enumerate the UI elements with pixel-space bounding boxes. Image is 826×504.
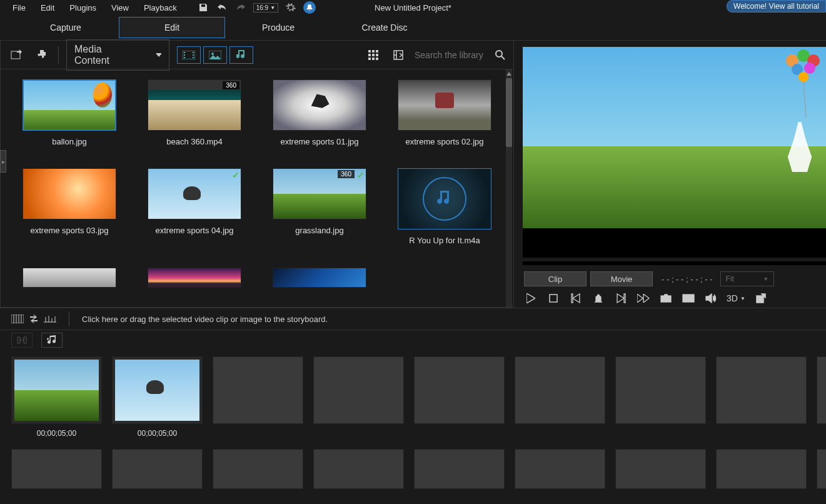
storyboard-slot-empty[interactable] xyxy=(213,356,303,424)
settings-icon[interactable] xyxy=(285,1,297,14)
preview-viewport[interactable] xyxy=(523,47,826,258)
storyboard-slot-empty[interactable] xyxy=(817,356,826,424)
grid-view-icon[interactable] xyxy=(365,46,382,64)
subtitle-icon[interactable] xyxy=(682,291,695,305)
filter-video-icon[interactable] xyxy=(177,46,201,64)
library-item[interactable]: extreme sports 02.jpg xyxy=(395,79,495,156)
storyboard-slot-empty[interactable] xyxy=(112,449,203,489)
snapshot-icon[interactable] xyxy=(659,291,673,305)
preview-tab-clip[interactable]: Clip xyxy=(524,271,587,286)
aspect-ratio-dropdown[interactable]: 16:9▼ xyxy=(253,3,278,13)
library-item[interactable] xyxy=(19,268,119,297)
storyboard-slot-empty[interactable] xyxy=(615,449,706,489)
storyboard-slot-empty[interactable] xyxy=(414,356,505,424)
scroll-up-icon[interactable] xyxy=(506,71,512,77)
mark-in-icon[interactable] xyxy=(592,291,605,305)
add-music-icon[interactable] xyxy=(41,333,63,348)
storyboard-slot-filled[interactable]: 00;00;05;00 xyxy=(11,356,102,438)
search-input[interactable] xyxy=(415,50,490,60)
filter-image-icon[interactable] xyxy=(203,46,227,64)
timeline-view-icon[interactable] xyxy=(44,315,56,323)
thumbnail[interactable] xyxy=(273,268,366,288)
menu-edit[interactable]: Edit xyxy=(33,1,62,15)
thumbnail[interactable]: ✓ xyxy=(148,168,241,219)
storyboard-slot-empty[interactable] xyxy=(11,449,102,489)
menu-view[interactable]: View xyxy=(104,1,136,15)
thumbnail[interactable]: 360✓ xyxy=(273,168,366,219)
svg-rect-2 xyxy=(184,52,185,53)
storyboard-slot-filled[interactable]: 00;00;05;00 xyxy=(112,356,203,438)
thumbnail[interactable] xyxy=(273,79,366,131)
storyboard-slot-empty[interactable] xyxy=(414,449,505,489)
switch-view-icon[interactable] xyxy=(29,315,39,323)
storyboard-slot-empty[interactable] xyxy=(313,449,404,489)
preview-timeline-track[interactable] xyxy=(523,261,826,265)
preview-tab-movie[interactable]: Movie xyxy=(590,271,653,286)
library-item[interactable]: ballon.jpg xyxy=(19,79,119,156)
storyboard-clip[interactable] xyxy=(112,356,203,424)
menu-playback[interactable]: Playback xyxy=(136,1,184,15)
search-box[interactable] xyxy=(415,49,506,61)
scrollbar-thumb[interactable] xyxy=(506,78,512,147)
storyboard-clip[interactable] xyxy=(11,356,102,424)
storyboard-slot-empty[interactable] xyxy=(515,449,605,489)
thumbnail[interactable] xyxy=(148,268,241,288)
library-item[interactable]: R You Up for It.m4a xyxy=(395,168,495,255)
tutorial-link[interactable]: Welcome! View all tutorial xyxy=(727,0,826,13)
tab-capture[interactable]: Capture xyxy=(13,18,119,38)
prev-frame-icon[interactable] xyxy=(569,291,583,305)
storyboard-slot-empty[interactable] xyxy=(515,356,605,424)
expand-view-icon[interactable] xyxy=(390,46,407,64)
media-content-dropdown[interactable]: Media Content xyxy=(66,39,169,71)
menu-plugins[interactable]: Plugins xyxy=(62,1,104,15)
import-media-icon[interactable] xyxy=(8,46,26,64)
3d-toggle[interactable]: 3D▼ xyxy=(727,293,745,303)
fast-forward-icon[interactable] xyxy=(637,291,650,305)
storyboard-slot-empty[interactable] xyxy=(817,449,826,489)
library-item[interactable]: ✓extreme sports 04.jpg xyxy=(144,168,244,255)
expand-sidebar-handle[interactable]: ▸ xyxy=(0,150,6,173)
stop-icon[interactable] xyxy=(546,291,560,305)
zoom-fit-dropdown[interactable]: Fit▼ xyxy=(720,271,774,286)
storyboard-slot-empty[interactable] xyxy=(716,449,807,489)
scrollbar-vertical[interactable] xyxy=(506,69,512,307)
thumbnail[interactable] xyxy=(23,79,116,131)
tab-edit[interactable]: Edit xyxy=(119,17,225,38)
library-item[interactable] xyxy=(144,268,244,297)
thumbnail-label: ballon.jpg xyxy=(52,137,87,146)
play-icon[interactable] xyxy=(524,291,538,305)
preview-content-graphic xyxy=(785,49,825,118)
library-item[interactable]: extreme sports 03.jpg xyxy=(19,168,119,255)
thumbnail[interactable]: 360 xyxy=(148,79,241,131)
thumbnail[interactable] xyxy=(398,79,491,131)
storyboard-view-icon[interactable] xyxy=(11,315,24,323)
library-item[interactable]: 360beach 360.mp4 xyxy=(144,79,244,156)
thumbnail[interactable] xyxy=(398,168,491,229)
library-item[interactable]: 360✓grassland.jpg xyxy=(269,168,370,255)
notification-icon[interactable] xyxy=(303,1,316,14)
undo-icon[interactable] xyxy=(216,1,228,14)
tab-produce[interactable]: Produce xyxy=(225,18,331,38)
plugins-icon[interactable] xyxy=(33,46,51,64)
popout-icon[interactable] xyxy=(754,291,768,305)
library-item[interactable]: extreme sports 01.jpg xyxy=(269,79,370,156)
storyboard-slot-empty[interactable] xyxy=(615,356,706,424)
save-icon[interactable] xyxy=(197,1,209,14)
next-frame-icon[interactable] xyxy=(614,291,628,305)
redo-icon[interactable] xyxy=(234,1,247,14)
library-item[interactable] xyxy=(269,268,370,297)
svg-point-29 xyxy=(664,297,668,301)
volume-icon[interactable] xyxy=(704,291,718,305)
search-icon[interactable] xyxy=(495,49,506,61)
menu-file[interactable]: File xyxy=(5,1,33,15)
thumbnail[interactable] xyxy=(23,168,116,219)
thumbnail-label: extreme sports 02.jpg xyxy=(405,137,483,146)
filter-audio-icon[interactable] xyxy=(229,46,253,64)
trim-tool-icon[interactable] xyxy=(11,333,33,348)
thumbnail[interactable] xyxy=(23,268,116,288)
thumbnail-label: beach 360.mp4 xyxy=(166,137,223,146)
storyboard-slot-empty[interactable] xyxy=(716,356,807,424)
storyboard-slot-empty[interactable] xyxy=(213,449,303,489)
storyboard-slot-empty[interactable] xyxy=(313,356,404,424)
tab-create-disc[interactable]: Create Disc xyxy=(331,18,438,38)
